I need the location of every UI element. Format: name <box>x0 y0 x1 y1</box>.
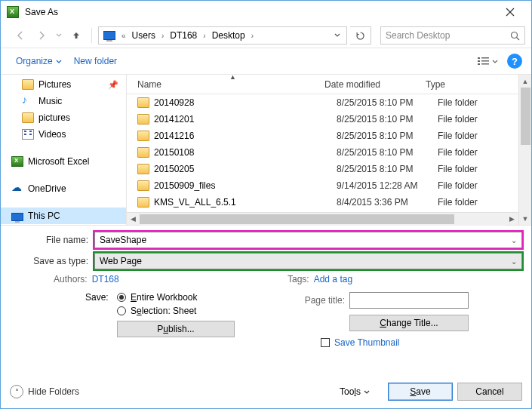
save-thumbnail-checkbox[interactable] <box>321 338 330 347</box>
scroll-thumb-v[interactable] <box>521 88 530 145</box>
col-type-header[interactable]: Type <box>426 79 521 90</box>
address-dropdown-icon[interactable] <box>330 33 345 38</box>
back-button[interactable] <box>11 26 29 45</box>
chevron-down-icon <box>492 60 498 63</box>
table-row[interactable]: 201409288/25/2015 8:10 PMFile folder <box>127 94 531 111</box>
sidebar-item-videos[interactable]: Videos <box>1 126 126 143</box>
address-bar[interactable]: « Users › DT168 › Desktop › <box>98 26 347 45</box>
tags-value[interactable]: Add a tag <box>314 274 352 284</box>
filename-input[interactable]: SaveShape ⌄ <box>94 232 522 248</box>
vertical-scrollbar[interactable]: ▲ ▼ <box>518 75 531 225</box>
horizontal-scrollbar[interactable]: ◀ ▶ <box>127 212 518 225</box>
pc-icon <box>103 31 115 40</box>
svg-rect-5 <box>478 63 480 65</box>
authors-value[interactable]: DT168 <box>92 274 119 284</box>
table-row[interactable]: KMS_VL_ALL_6.5.18/4/2015 3:36 PMFile fol… <box>127 194 531 211</box>
organize-button[interactable]: Organize <box>10 53 68 69</box>
search-input[interactable]: Search Desktop <box>380 26 525 45</box>
save-thumbnail-label[interactable]: Save Thumbnail <box>334 337 400 348</box>
svg-rect-2 <box>481 57 489 59</box>
chevron-down-icon[interactable]: ⌄ <box>511 257 517 266</box>
file-name: 20141216 <box>154 131 337 141</box>
recent-dropdown[interactable] <box>54 26 64 45</box>
refresh-button[interactable] <box>350 26 371 45</box>
svg-rect-6 <box>481 63 489 65</box>
sidebar-item-music[interactable]: Music <box>1 93 126 109</box>
scroll-up-icon[interactable]: ▲ <box>519 75 531 88</box>
file-name: 20141201 <box>154 114 337 125</box>
authors-label: Authors: <box>54 274 88 284</box>
chevron-right-icon[interactable]: › <box>200 32 208 40</box>
folder-icon <box>137 147 149 158</box>
table-row[interactable]: 201412018/25/2015 8:10 PMFile folder <box>127 111 531 128</box>
search-icon <box>510 31 520 41</box>
breadcrumb-seg-desktop[interactable]: Desktop <box>209 30 248 41</box>
music-icon <box>22 96 34 106</box>
new-folder-button[interactable]: New folder <box>68 53 123 69</box>
excel-icon <box>11 156 23 167</box>
scroll-thumb-h[interactable] <box>140 214 454 224</box>
svg-rect-4 <box>481 60 489 62</box>
svg-point-0 <box>512 32 518 38</box>
history-chev-icon[interactable]: « <box>118 32 129 40</box>
publish-button[interactable]: Publish... <box>117 321 235 337</box>
table-row[interactable]: 20150909_files9/14/2015 12:28 AMFile fol… <box>127 177 531 194</box>
scroll-down-icon[interactable]: ▼ <box>519 212 531 225</box>
scroll-left-icon[interactable]: ◀ <box>127 213 140 226</box>
file-name: 20140928 <box>154 97 337 108</box>
scroll-right-icon[interactable]: ▶ <box>506 213 518 226</box>
folder-icon <box>137 197 149 208</box>
cancel-button[interactable]: Cancel <box>457 383 522 401</box>
help-button[interactable]: ? <box>507 54 522 69</box>
sidebar-item-pictures[interactable]: Pictures📌 <box>1 76 126 93</box>
forward-button[interactable] <box>32 26 51 45</box>
tools-menu[interactable]: Tools <box>340 386 370 397</box>
file-type: File folder <box>438 114 478 125</box>
folder-icon <box>137 180 149 191</box>
file-list: ▲ Name Date modified Type S 201409288/25… <box>127 75 531 225</box>
radio-entire-workbook[interactable] <box>117 293 126 302</box>
search-placeholder: Search Desktop <box>386 30 450 41</box>
sidebar-item-onedrive[interactable]: OneDrive <box>1 180 126 197</box>
sidebar-item-pictures-lower[interactable]: pictures <box>1 109 126 126</box>
breadcrumb-seg-dt168[interactable]: DT168 <box>167 30 200 41</box>
folder-icon <box>137 164 149 174</box>
file-type: File folder <box>438 131 478 141</box>
breadcrumb-seg-users[interactable]: Users <box>129 30 158 41</box>
col-date-header[interactable]: Date modified <box>324 79 426 90</box>
filename-label: File name: <box>10 235 94 245</box>
sort-asc-icon: ▲ <box>229 73 236 81</box>
hide-folders-button[interactable]: ˄ Hide Folders <box>10 385 79 398</box>
chevron-down-icon[interactable]: ⌄ <box>511 236 517 244</box>
table-row[interactable]: 201412168/25/2015 8:10 PMFile folder <box>127 128 531 144</box>
page-title-label: Page title: <box>297 295 345 306</box>
file-type: File folder <box>438 97 478 108</box>
folder-icon <box>22 112 34 123</box>
change-title-button[interactable]: Change Title... <box>349 315 469 331</box>
radio-selection-sheet[interactable] <box>117 306 126 315</box>
folder-icon <box>137 97 149 108</box>
table-row[interactable]: 201501088/25/2015 8:10 PMFile folder <box>127 144 531 161</box>
file-list-body[interactable]: 201409288/25/2015 8:10 PMFile folder2014… <box>127 94 531 212</box>
page-title-input[interactable] <box>349 292 469 309</box>
file-date: 8/25/2015 8:10 PM <box>337 147 438 158</box>
file-date: 8/25/2015 8:10 PM <box>337 114 438 125</box>
view-options[interactable] <box>477 56 498 66</box>
chevron-right-icon[interactable]: › <box>248 32 257 40</box>
cloud-icon <box>11 183 23 194</box>
table-row[interactable]: 201502058/25/2015 8:10 PMFile folder <box>127 161 531 177</box>
file-type: File folder <box>438 164 478 174</box>
folder-tree[interactable]: Pictures📌 Music pictures Videos Microsof… <box>1 75 126 225</box>
nav-row: « Users › DT168 › Desktop › Search Deskt… <box>1 23 531 48</box>
save-type-select[interactable]: Web Page ⌄ <box>94 253 522 269</box>
sidebar-item-excel[interactable]: Microsoft Excel <box>1 153 126 170</box>
chevron-right-icon[interactable]: › <box>158 32 167 40</box>
file-name: 20150108 <box>154 147 337 158</box>
close-button[interactable] <box>495 5 525 20</box>
folder-icon <box>137 114 149 125</box>
save-button[interactable]: Save <box>388 383 453 401</box>
up-button[interactable] <box>67 26 85 45</box>
file-name: KMS_VL_ALL_6.5.1 <box>154 197 337 208</box>
tags-label: Tags: <box>288 274 309 284</box>
sidebar-item-thispc[interactable]: This PC <box>1 208 126 224</box>
